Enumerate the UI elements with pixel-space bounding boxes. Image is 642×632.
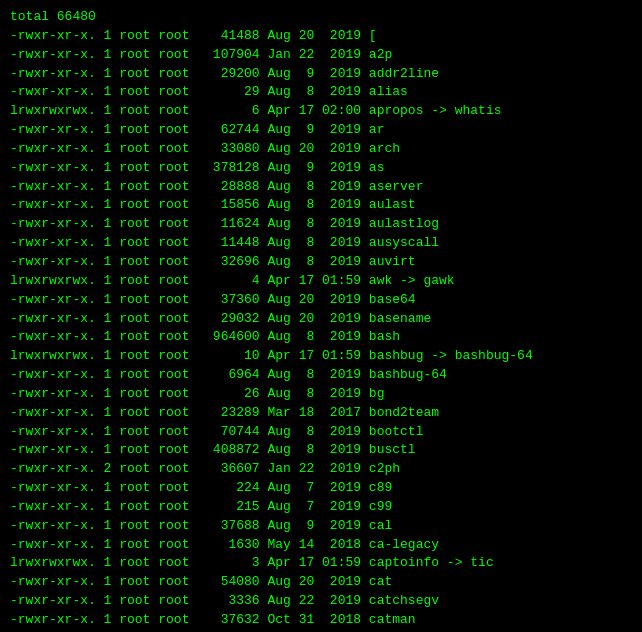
terminal-line: -rwxr-xr-x. 1 root root 964600 Aug 8 201… — [10, 328, 632, 347]
terminal-line: lrwxrwxrwx. 1 root root 6 Apr 17 02:00 a… — [10, 102, 632, 121]
terminal-line: -rwxr-xr-x. 1 root root 41488 Aug 20 201… — [10, 27, 632, 46]
terminal-window: total 66480-rwxr-xr-x. 1 root root 41488… — [10, 8, 632, 632]
terminal-line: -rwxr-xr-x. 1 root root 26 Aug 8 2019 bg — [10, 385, 632, 404]
terminal-line: -rwxr-xr-x. 1 root root 215 Aug 7 2019 c… — [10, 498, 632, 517]
terminal-line: -rwxr-xr-x. 1 root root 28888 Aug 8 2019… — [10, 178, 632, 197]
terminal-line: -rwxr-xr-x. 1 root root 3336 Aug 22 2019… — [10, 592, 632, 611]
terminal-line: -rwxr-xr-x. 1 root root 408872 Aug 8 201… — [10, 441, 632, 460]
terminal-line: -rwxr-xr-x. 1 root root 32696 Aug 8 2019… — [10, 253, 632, 272]
terminal-line: -rwxr-xr-x. 1 root root 11448 Aug 8 2019… — [10, 234, 632, 253]
terminal-line: -rwxr-xr-x. 1 root root 37360 Aug 20 201… — [10, 291, 632, 310]
terminal-line: -rwxr-xr-x. 1 root root 33080 Aug 20 201… — [10, 140, 632, 159]
terminal-line: -rwxr-xr-x. 1 root root 29 Aug 8 2019 al… — [10, 83, 632, 102]
terminal-line: total 66480 — [10, 8, 632, 27]
terminal-line: -rwxr-xr-x. 1 root root 29032 Aug 20 201… — [10, 310, 632, 329]
terminal-line: -rwxr-xr-x. 1 root root 15856 Aug 8 2019… — [10, 196, 632, 215]
terminal-line: -rwxr-xr-x. 1 root root 1630 May 14 2018… — [10, 536, 632, 555]
terminal-line: lrwxrwxrwx. 1 root root 4 Apr 17 01:59 a… — [10, 272, 632, 291]
terminal-line: -rwxr-xr-x. 1 root root 70744 Aug 8 2019… — [10, 423, 632, 442]
terminal-line: -rwxr-xr-x. 1 root root 23289 Mar 18 201… — [10, 404, 632, 423]
terminal-line: -rwxr-xr-x. 1 root root 54080 Aug 20 201… — [10, 573, 632, 592]
terminal-line: -rwxr-xr-x. 1 root root 29200 Aug 9 2019… — [10, 65, 632, 84]
terminal-line: -rwxr-xr-x. 1 root root 37688 Aug 9 2019… — [10, 517, 632, 536]
terminal-line: lrwxrwxrwx. 1 root root 3 Apr 17 01:59 c… — [10, 554, 632, 573]
terminal-line: -rwxr-xr-x. 1 root root 378128 Aug 9 201… — [10, 159, 632, 178]
terminal-line: -rwxr-xr-x. 2 root root 36607 Jan 22 201… — [10, 460, 632, 479]
terminal-line: -rwxr-xr-x. 1 root root 62744 Aug 9 2019… — [10, 121, 632, 140]
terminal-line: -rwxr-xr-x. 1 root root 11624 Aug 8 2019… — [10, 215, 632, 234]
terminal-line: -rwxr-xr-x. 1 root root 224 Aug 7 2019 c… — [10, 479, 632, 498]
terminal-line: lrwxrwxrwx. 1 root root 10 Apr 17 01:59 … — [10, 347, 632, 366]
terminal-line: -rwxr-xr-x. 1 root root 107904 Jan 22 20… — [10, 46, 632, 65]
terminal-line: -rwxr-xr-x. 1 root root 37632 Oct 31 201… — [10, 611, 632, 630]
terminal-line: -rwxr-xr-x. 1 root root 6964 Aug 8 2019 … — [10, 366, 632, 385]
